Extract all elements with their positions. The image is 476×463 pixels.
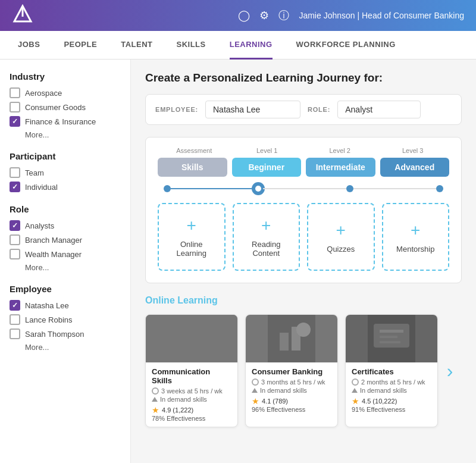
filter-aerospace[interactable]: Aerospace (10, 87, 121, 98)
employee-more[interactable]: More... (25, 343, 121, 352)
filter-natasha-lee[interactable]: Natasha Lee (10, 300, 121, 311)
course-body-communication: Communication Skills 3 weeks at 5 hrs / … (146, 362, 237, 427)
role-more[interactable]: More... (25, 263, 121, 272)
quizzes-plus-icon: + (336, 221, 346, 240)
course-effectiveness-communication: 78% Effectiveness (152, 415, 231, 422)
course-rating-communication: ★ 4.9 (1,222) (152, 405, 231, 415)
reading-content-label: Reading Content (240, 240, 293, 258)
nav-people[interactable]: PEOPLE (64, 31, 97, 60)
step-skills[interactable]: Skills (158, 158, 227, 177)
checkbox-branch-manager[interactable] (10, 234, 20, 245)
clock-icon-1 (252, 378, 259, 386)
checkbox-sarah-thompson[interactable] (10, 329, 20, 339)
trend-icon-1 (252, 388, 258, 393)
course-cards: Communication Skills 3 weeks at 5 hrs / … (145, 314, 438, 427)
filter-individual[interactable]: Individual (10, 182, 121, 192)
filter-finance[interactable]: Finance & Insurance (10, 116, 121, 127)
online-learning-section-title: Online Learning (145, 295, 462, 306)
mentorship-plus-icon: + (411, 221, 420, 240)
role-input[interactable] (337, 101, 421, 118)
step-intermediate[interactable]: Intermediate (306, 158, 375, 177)
header-user-label: Jamie Johnson | Head of Consumer Banking (299, 11, 464, 20)
svg-rect-12 (380, 330, 403, 333)
help-icon[interactable]: ⓘ (278, 8, 289, 23)
person-icon[interactable]: ◯ (238, 9, 250, 22)
star-icon-2: ★ (352, 396, 359, 406)
progress-seg-0 (171, 188, 253, 189)
progress-seg-1 (263, 188, 346, 189)
star-icon-1: ★ (252, 396, 259, 406)
nav-skills[interactable]: SKILLS (176, 31, 205, 60)
settings-icon[interactable]: ⚙ (259, 9, 269, 22)
filter-analysts[interactable]: Analysts (10, 220, 121, 231)
quizzes-label: Quizzes (327, 245, 355, 254)
activity-reading-content[interactable]: + Reading Content (233, 203, 300, 271)
role-label: ROLE: (308, 106, 330, 113)
course-duration-communication: 3 weeks at 5 hrs / wk (152, 387, 231, 395)
course-card-certificates[interactable]: Certificates 2 months at 5 hrs / wk In d… (345, 314, 438, 427)
course-image-communication (146, 315, 237, 362)
checkbox-finance[interactable] (10, 116, 20, 127)
svg-rect-5 (174, 345, 209, 356)
step-labels-row: Assessment Level 1 Level 2 Level 3 (158, 147, 449, 154)
course-image-certificates (346, 315, 437, 362)
step-beginner[interactable]: Beginner (232, 158, 302, 177)
activity-online-learning[interactable]: + Online Learning (158, 203, 226, 271)
nav-workforce-planning[interactable]: WORKFORCE PLANNING (296, 31, 396, 60)
course-rating-banking: ★ 4.1 (789) (252, 396, 331, 406)
svg-point-3 (177, 324, 195, 342)
checkbox-wealth-manager[interactable] (10, 249, 20, 259)
course-title-certificates: Certificates (352, 367, 431, 376)
course-tag-banking: In demand skills (252, 387, 331, 394)
employee-filter-title: Employee (10, 284, 121, 294)
role-filter: Role Analysts Branch Manager Wealth Mana… (10, 204, 121, 272)
course-tag-certificates: In demand skills (352, 387, 431, 394)
course-body-certificates: Certificates 2 months at 5 hrs / wk In d… (346, 362, 437, 418)
online-learning-label: Online Learning (165, 240, 218, 258)
activity-mentorship[interactable]: + Mentorship (382, 203, 450, 271)
svg-point-9 (296, 323, 311, 337)
filter-team[interactable]: Team (10, 167, 121, 178)
filter-lance-robins[interactable]: Lance Robins (10, 314, 121, 325)
nav-learning[interactable]: LEARNING (230, 31, 273, 60)
filter-consumer-goods[interactable]: Consumer Goods (10, 102, 121, 112)
checkbox-aerospace[interactable] (10, 87, 20, 98)
nav-jobs[interactable]: JOBS (18, 31, 40, 60)
activity-quizzes[interactable]: + Quizzes (307, 203, 375, 271)
trend-icon-2 (352, 388, 358, 393)
clock-icon-0 (152, 387, 159, 395)
employee-role-row: EMPLOYEE: ROLE: (145, 94, 462, 125)
employee-input[interactable] (205, 101, 300, 118)
course-card-communication[interactable]: Communication Skills 3 weeks at 5 hrs / … (145, 314, 238, 427)
page-title: Create a Personalized Learning Journey f… (145, 71, 462, 85)
course-rating-certificates: ★ 4.5 (10,222) (352, 396, 431, 406)
industry-filter: Industry Aerospace Consumer Goods Financ… (10, 71, 121, 139)
checkbox-individual[interactable] (10, 182, 20, 192)
course-duration-banking: 3 months at 5 hrs / wk (252, 378, 331, 386)
step-advanced[interactable]: Advanced (380, 158, 450, 177)
online-learning-plus-icon: + (187, 216, 196, 235)
course-cards-wrapper: Communication Skills 3 weeks at 5 hrs / … (145, 314, 462, 427)
clock-icon-2 (352, 378, 359, 386)
course-title-communication: Communication Skills (152, 367, 231, 385)
course-body-banking: Consumer Banking 3 months at 5 hrs / wk … (246, 362, 337, 418)
header-logo (12, 4, 33, 27)
course-card-banking[interactable]: Consumer Banking 3 months at 5 hrs / wk … (245, 314, 338, 427)
checkbox-analysts[interactable] (10, 220, 20, 231)
checkbox-lance-robins[interactable] (10, 314, 20, 325)
nav-talent[interactable]: TALENT (121, 31, 152, 60)
course-image-banking (246, 315, 337, 362)
employee-label: EMPLOYEE: (155, 106, 198, 113)
filter-sarah-thompson[interactable]: Sarah Thompson (10, 329, 121, 339)
filter-wealth-manager[interactable]: Wealth Manager (10, 249, 121, 259)
trend-icon-0 (152, 397, 158, 402)
courses-next-button[interactable]: › (438, 359, 462, 383)
checkbox-consumer-goods[interactable] (10, 102, 20, 112)
checkbox-team[interactable] (10, 167, 20, 178)
industry-more[interactable]: More... (25, 130, 121, 139)
learning-steps: Assessment Level 1 Level 2 Level 3 Skill… (145, 137, 462, 283)
filter-branch-manager[interactable]: Branch Manager (10, 234, 121, 245)
activity-cards: + Online Learning + Reading Content + Qu… (158, 203, 449, 271)
sidebar: Industry Aerospace Consumer Goods Financ… (0, 60, 131, 463)
checkbox-natasha-lee[interactable] (10, 300, 20, 311)
